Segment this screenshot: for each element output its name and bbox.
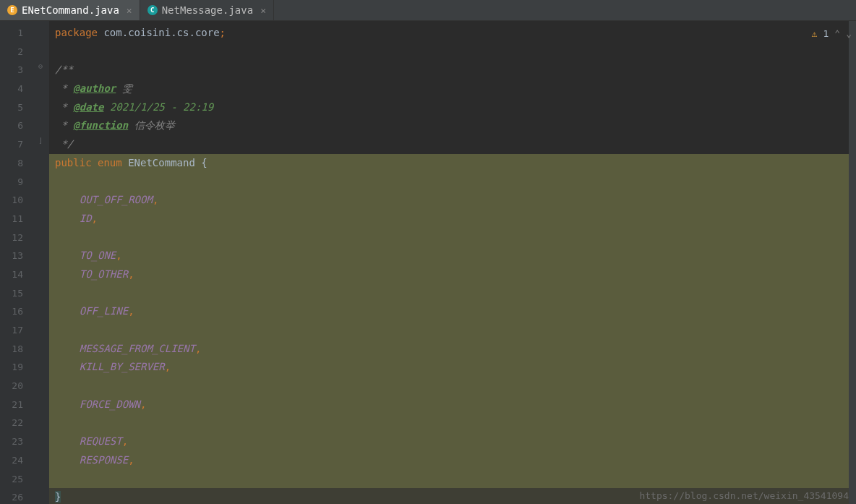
line-number: 26 <box>0 488 36 504</box>
warning-icon[interactable]: ⚠ <box>812 28 818 39</box>
code-line: RESPONSE, <box>49 451 856 470</box>
line-number: 20 <box>0 377 36 396</box>
code-line <box>49 173 856 192</box>
code-line <box>49 43 856 61</box>
line-number: 18 <box>0 340 36 359</box>
tab-bar: E ENetCommand.java × C NetMessage.java × <box>0 0 856 21</box>
code-line: TO_OTHER, <box>49 265 856 284</box>
code-line <box>49 377 856 396</box>
code-line: OUT_OFF_ROOM, <box>49 191 856 210</box>
line-number: 6 <box>0 116 36 135</box>
inspection-panel: ⚠ 1 ⌃ ⌄ <box>812 28 852 39</box>
line-number: 13 <box>0 247 36 265</box>
watermark-text: https://blog.csdn.net/weixin_43541094 <box>639 490 849 501</box>
line-number: 23 <box>0 432 36 451</box>
code-area[interactable]: ⚠ 1 ⌃ ⌄ package com.coisini.cs.core; /**… <box>49 21 856 504</box>
code-line: public enum ENetCommand { <box>49 154 856 173</box>
code-line: FORCE_DOWN, <box>49 396 856 414</box>
scrollbar[interactable] <box>849 21 856 504</box>
fold-end-icon[interactable]: ⌋ <box>38 137 46 144</box>
code-line <box>49 470 856 489</box>
line-number: 5 <box>0 98 36 117</box>
chevron-up-icon[interactable]: ⌃ <box>834 28 840 39</box>
line-number: 2 <box>0 43 36 61</box>
tab-label: NetMessage.java <box>162 4 253 16</box>
java-enum-icon: E <box>7 5 17 15</box>
tab-enetcommand[interactable]: E ENetCommand.java × <box>0 0 140 20</box>
line-gutter: 1 2 3 4 5 6 7 8 9 10 11 12 13 14 15 16 1… <box>0 21 36 504</box>
tab-label: ENetCommand.java <box>22 4 119 16</box>
line-number: 4 <box>0 80 36 98</box>
code-line: /** <box>49 61 856 80</box>
code-line: REQUEST, <box>49 432 856 451</box>
line-number: 24 <box>0 451 36 470</box>
line-number: 22 <box>0 414 36 432</box>
editor: 1 2 3 4 5 6 7 8 9 10 11 12 13 14 15 16 1… <box>0 21 856 504</box>
line-number: 8 <box>0 154 36 173</box>
line-number: 11 <box>0 210 36 228</box>
line-number: 14 <box>0 265 36 284</box>
code-line: ID, <box>49 210 856 228</box>
line-number: 7 <box>0 135 36 154</box>
code-line: * @author 雯 <box>49 80 856 98</box>
code-line: */ <box>49 135 856 154</box>
code-line <box>49 228 856 247</box>
code-line: OFF_LINE, <box>49 302 856 321</box>
code-line: MESSAGE_FROM_CLIENT, <box>49 340 856 359</box>
fold-column: ⊖ ⌋ <box>36 21 49 504</box>
line-number: 16 <box>0 302 36 321</box>
close-icon[interactable]: × <box>260 5 266 16</box>
java-class-icon: C <box>147 5 158 15</box>
close-icon[interactable]: × <box>127 5 132 16</box>
code-line: TO_ONE, <box>49 247 856 265</box>
line-number: 21 <box>0 396 36 414</box>
line-number: 1 <box>0 24 36 43</box>
chevron-down-icon[interactable]: ⌄ <box>846 28 852 39</box>
code-line: KILL_BY_SERVER, <box>49 358 856 377</box>
code-line <box>49 414 856 432</box>
line-number: 17 <box>0 321 36 340</box>
code-line: package com.coisini.cs.core; <box>49 24 856 43</box>
line-number: 3 <box>0 61 36 80</box>
code-line <box>49 284 856 303</box>
line-number: 12 <box>0 228 36 247</box>
warning-count: 1 <box>823 28 829 39</box>
line-number: 25 <box>0 470 36 489</box>
line-number: 10 <box>0 191 36 210</box>
line-number: 9 <box>0 173 36 192</box>
code-line <box>49 321 856 340</box>
code-line: * @date 2021/1/25 - 22:19 <box>49 98 856 117</box>
line-number: 19 <box>0 358 36 377</box>
tab-netmessage[interactable]: C NetMessage.java × <box>140 0 274 20</box>
fold-toggle-icon[interactable]: ⊖ <box>38 62 46 69</box>
line-number: 15 <box>0 284 36 303</box>
code-line: * @function 信令枚举 <box>49 116 856 135</box>
